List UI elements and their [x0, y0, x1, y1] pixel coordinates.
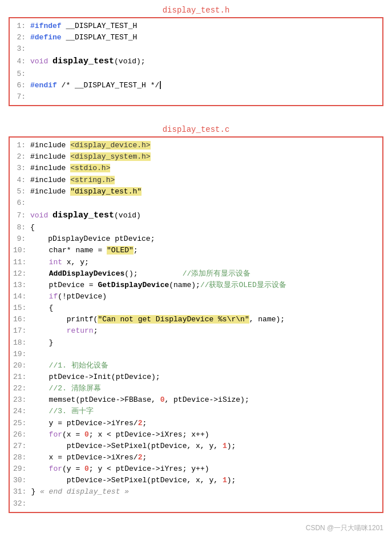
token: <display_device.h>	[70, 141, 150, 150]
line-number: 9:	[13, 233, 26, 245]
line-content: {	[30, 222, 379, 233]
line-number: 2:	[13, 32, 26, 43]
line-number: 2:	[13, 151, 26, 163]
line-number: 10:	[13, 245, 26, 256]
line-content	[30, 197, 379, 209]
text-cursor	[160, 81, 161, 89]
token: (void);	[114, 57, 146, 66]
line-content: //2. 清除屏幕	[31, 383, 379, 394]
line-content: pDisplayDevice ptDevice;	[30, 233, 379, 245]
code-line: 12: AddDisplayDevices(); //添加所有显示设备	[13, 268, 379, 280]
code-line: 7:void display_test(void)	[13, 209, 379, 222]
line-number: 21:	[13, 372, 26, 383]
token: if	[31, 292, 58, 301]
token: );	[227, 476, 236, 485]
page-container: display_test.h 1:#ifndef __DISPLAY_TEST_…	[9, 6, 383, 533]
line-content: return;	[31, 325, 379, 337]
code-line: 13: ptDevice = GetDisplayDevice(name);//…	[13, 280, 379, 291]
code-line: 5:#include "display_test.h"	[13, 186, 379, 197]
line-content: printf("Can not get DisplayDevice %s\r\n…	[31, 314, 379, 325]
line-content: #include <string.h>	[30, 175, 379, 186]
code-line: 21: ptDevice->Init(ptDevice);	[13, 372, 379, 383]
line-number: 5:	[13, 68, 26, 80]
line-content: #define __DISPLAY_TEST_H	[30, 32, 379, 43]
token: "display_test.h"	[70, 187, 142, 196]
code-line: 29: for(y = 0; y < ptDevice->iYres; y++)	[13, 463, 379, 475]
token: {	[30, 223, 35, 232]
line-content: void display_test(void);	[30, 55, 379, 68]
line-number: 23:	[13, 394, 26, 406]
code-line: 15: {	[13, 302, 379, 314]
token: for	[31, 465, 62, 473]
token: GetDisplayDevice	[98, 281, 169, 289]
line-number: 1:	[13, 21, 26, 32]
line-content: #endif /* __DISPLAY_TEST_H */	[30, 80, 379, 91]
token: #ifndef	[30, 22, 62, 30]
line-content: #include <stdio.h>	[30, 163, 379, 174]
token: #include	[30, 187, 70, 196]
code-line: 18: }	[13, 337, 379, 349]
line-number: 7:	[13, 91, 26, 103]
line-number: 27:	[13, 441, 26, 452]
token: display_test	[52, 211, 114, 220]
code-line: 1:#ifndef __DISPLAY_TEST_H	[13, 21, 379, 32]
token: ();	[124, 269, 182, 278]
token: ptDevice =	[31, 281, 98, 289]
token: 1	[223, 476, 227, 485]
token: memset(ptDevice->FBBase,	[31, 395, 160, 404]
line-number: 20:	[13, 360, 26, 372]
token: __DISPLAY_TEST_H	[62, 33, 138, 42]
code-line: 17: return;	[13, 325, 379, 337]
code-line: 7:	[13, 91, 379, 103]
line-number: 32:	[13, 498, 26, 510]
token: y = ptDevice->iYres/	[31, 419, 138, 427]
code-line: 9: pDisplayDevice ptDevice;	[13, 233, 379, 245]
code-line: 16: printf("Can not get DisplayDevice %s…	[13, 314, 379, 325]
file1-code-block: 1:#ifndef __DISPLAY_TEST_H2:#define __DI…	[9, 17, 383, 106]
line-content	[31, 498, 379, 510]
line-number: 16:	[13, 314, 26, 325]
line-content	[30, 68, 379, 80]
token	[31, 269, 49, 278]
token: //3. 画十字	[31, 407, 93, 415]
line-content: ptDevice->SetPixel(ptDevice, x, y, 1);	[31, 475, 379, 486]
line-content	[30, 91, 379, 103]
line-content: int x, y;	[31, 257, 379, 268]
line-content: ptDevice = GetDisplayDevice(name);//获取显示…	[31, 280, 379, 291]
token: }	[31, 487, 40, 496]
line-number: 8:	[13, 222, 26, 233]
token: return	[31, 326, 93, 335]
code-line: 6:	[13, 197, 379, 209]
token: (y =	[62, 465, 84, 473]
line-content: void display_test(void)	[30, 209, 379, 222]
token: display_test	[52, 56, 114, 66]
line-number: 28:	[13, 452, 26, 463]
code-line: 32:	[13, 498, 379, 510]
line-number: 30:	[13, 475, 26, 486]
line-content	[30, 43, 379, 55]
token: pDisplayDevice ptDevice;	[30, 235, 155, 243]
line-number: 11:	[13, 257, 26, 268]
code-line: 5:	[13, 68, 379, 80]
line-number: 24:	[13, 406, 26, 417]
file2-code-block: 1:#include <display_device.h>2:#include …	[9, 136, 383, 513]
line-content: #ifndef __DISPLAY_TEST_H	[30, 21, 379, 32]
line-number: 26:	[13, 429, 26, 441]
token: #include	[30, 141, 70, 150]
token: ; x < ptDevice->iXres; x++)	[89, 430, 209, 439]
line-content: //3. 画十字	[31, 406, 379, 417]
token: (!ptDevice)	[58, 292, 107, 301]
line-content: } « end display_test »	[31, 486, 379, 498]
token: ; y < ptDevice->iYres; y++)	[89, 465, 209, 473]
token: }	[31, 338, 53, 347]
code-line: 6:#endif /* __DISPLAY_TEST_H */	[13, 80, 379, 91]
token: <stdio.h>	[70, 164, 110, 172]
code-line: 30: ptDevice->SetPixel(ptDevice, x, y, 1…	[13, 475, 379, 486]
token: (name);	[169, 281, 200, 289]
token: //添加所有显示设备	[183, 269, 251, 278]
line-content: #include <display_system.h>	[30, 151, 379, 163]
line-number: 5:	[13, 186, 26, 197]
code-line: 1:#include <display_device.h>	[13, 140, 379, 151]
token: x = ptDevice->iXres/	[31, 453, 138, 462]
token: void	[30, 57, 48, 66]
